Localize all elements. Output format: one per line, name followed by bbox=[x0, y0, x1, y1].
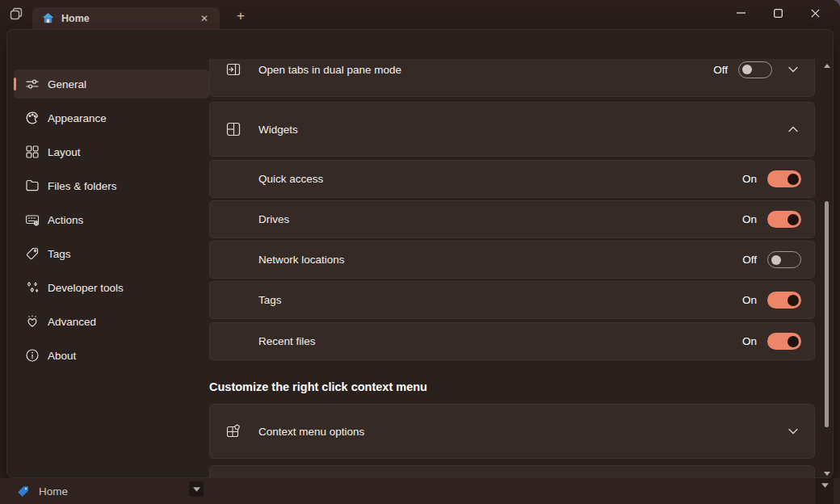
chevron-up-icon[interactable] bbox=[788, 126, 798, 132]
dual-pane-expander[interactable]: Open tabs in dual pane mode Off bbox=[209, 59, 815, 97]
palette-icon bbox=[25, 111, 40, 125]
nav-item-home-label: Home bbox=[39, 485, 68, 498]
context-menu-section-heading: Customize the right click context menu bbox=[209, 380, 815, 396]
context-menu-expander[interactable]: Context menu options bbox=[209, 404, 815, 459]
nav-item-home[interactable]: Home bbox=[16, 481, 68, 501]
toggle-state-label: Off bbox=[742, 254, 757, 266]
tab-label: Home bbox=[61, 13, 90, 24]
dual-pane-icon bbox=[226, 62, 241, 77]
selection-accent-bar bbox=[14, 78, 16, 90]
window-panes-icon[interactable] bbox=[8, 6, 24, 22]
sidebar-item-label: Advanced bbox=[48, 316, 96, 328]
window-controls bbox=[722, 0, 834, 26]
chevron-down-icon[interactable] bbox=[788, 66, 798, 73]
widget-row-network-locations: Network locations Off bbox=[209, 241, 815, 279]
keyboard-gear-icon bbox=[25, 212, 40, 227]
widgets-icon bbox=[226, 122, 241, 136]
sidebar-item-label: About bbox=[48, 350, 76, 362]
sidebar-item-label: General bbox=[48, 78, 86, 90]
grid-icon bbox=[25, 145, 40, 159]
setting-label: Context menu options bbox=[258, 426, 364, 438]
drives-toggle[interactable] bbox=[767, 211, 801, 228]
app-window: Home ✕ + Settings ✕ bbox=[0, 0, 840, 504]
sparkles-icon bbox=[25, 280, 40, 295]
content-scrollbar[interactable] bbox=[821, 62, 833, 477]
context-menu-icon bbox=[226, 424, 241, 439]
info-icon bbox=[25, 348, 40, 363]
tags-toggle[interactable] bbox=[767, 292, 801, 309]
settings-dialog: Settings ✕ General Appearance bbox=[6, 29, 834, 478]
toggle-state-label: On bbox=[742, 335, 757, 347]
toggle-state-label: On bbox=[742, 294, 757, 306]
dual-pane-toggle[interactable] bbox=[738, 61, 772, 78]
scroll-down-icon bbox=[193, 487, 200, 492]
sliders-icon bbox=[25, 77, 40, 91]
toggle-knob bbox=[788, 295, 799, 306]
network-locations-toggle[interactable] bbox=[767, 251, 801, 268]
quick-access-toggle[interactable] bbox=[767, 170, 801, 187]
sidebar-scroll-down-button[interactable] bbox=[189, 481, 204, 497]
toggle-knob bbox=[788, 174, 799, 185]
home-tag-icon bbox=[16, 485, 30, 498]
widget-row-recent-files: Recent files On bbox=[209, 322, 815, 360]
maximize-button[interactable] bbox=[759, 0, 796, 26]
folder-icon bbox=[25, 178, 40, 193]
tab-close-icon[interactable]: ✕ bbox=[197, 11, 212, 26]
setting-label: Tags bbox=[258, 294, 282, 306]
minimize-button[interactable] bbox=[722, 0, 759, 26]
scroll-down-icon bbox=[821, 483, 829, 488]
toggle-knob bbox=[742, 65, 752, 74]
toggle-knob bbox=[788, 214, 799, 225]
setting-label: Quick access bbox=[258, 173, 323, 185]
maximize-icon bbox=[774, 9, 783, 18]
toggle-knob bbox=[788, 336, 799, 347]
toggle-knob bbox=[771, 255, 781, 265]
tab-home[interactable]: Home ✕ bbox=[32, 7, 220, 29]
widget-row-quick-access: Quick access On bbox=[209, 160, 815, 198]
sidebar-item-advanced[interactable]: Advanced bbox=[14, 307, 209, 336]
sidebar-item-label: Layout bbox=[48, 146, 81, 158]
minimize-icon bbox=[737, 12, 746, 14]
toggle-state-label: On bbox=[742, 173, 757, 185]
sidebar-item-tags[interactable]: Tags bbox=[14, 239, 209, 268]
chevron-down-icon[interactable] bbox=[788, 428, 798, 435]
settings-content: Open tabs in dual pane mode Off Widgets bbox=[209, 59, 815, 479]
recent-files-toggle[interactable] bbox=[767, 333, 801, 350]
scroll-up-icon[interactable] bbox=[824, 64, 830, 68]
home-icon bbox=[42, 12, 54, 24]
widget-row-tags: Tags On bbox=[209, 281, 815, 319]
sidebar-item-actions[interactable]: Actions bbox=[14, 205, 209, 234]
setting-label: Widgets bbox=[258, 124, 298, 136]
new-tab-button[interactable]: + bbox=[231, 6, 250, 26]
toggle-state-label: On bbox=[742, 213, 757, 225]
sidebar-item-developer-tools[interactable]: Developer tools bbox=[14, 273, 209, 302]
sidebar-item-files-folders[interactable]: Files & folders bbox=[14, 171, 209, 200]
setting-label: Recent files bbox=[258, 335, 316, 347]
close-window-button[interactable] bbox=[796, 0, 834, 26]
tag-icon bbox=[25, 246, 40, 261]
sidebar-item-label: Developer tools bbox=[48, 282, 124, 294]
scrollbar-thumb[interactable] bbox=[825, 201, 829, 427]
sidebar-item-label: Appearance bbox=[48, 112, 107, 124]
sidebar-item-label: Files & folders bbox=[48, 180, 117, 192]
sidebar-item-label: Tags bbox=[48, 248, 71, 260]
scroll-down-icon[interactable] bbox=[824, 472, 830, 476]
main-scroll-down-button[interactable] bbox=[816, 478, 834, 504]
sidebar-item-general[interactable]: General bbox=[14, 69, 209, 99]
setting-label: Drives bbox=[258, 213, 289, 225]
sidebar-item-appearance[interactable]: Appearance bbox=[14, 103, 209, 132]
widget-row-drives: Drives On bbox=[209, 200, 815, 238]
titlebar: Home ✕ + bbox=[0, 0, 840, 29]
background-window-strip: Home bbox=[0, 478, 840, 504]
sidebar-item-layout[interactable]: Layout bbox=[14, 137, 209, 166]
toggle-state-label: Off bbox=[713, 64, 728, 76]
settings-sidebar: General Appearance Layout bbox=[14, 69, 209, 375]
next-setting-card-clipped[interactable] bbox=[209, 465, 815, 479]
close-window-icon bbox=[811, 9, 820, 18]
sidebar-item-about[interactable]: About bbox=[14, 341, 209, 370]
sidebar-item-label: Actions bbox=[48, 214, 83, 226]
heart-dots-icon bbox=[25, 314, 40, 329]
setting-label: Network locations bbox=[258, 254, 345, 266]
setting-label: Open tabs in dual pane mode bbox=[258, 64, 401, 76]
widgets-expander[interactable]: Widgets bbox=[209, 102, 815, 157]
